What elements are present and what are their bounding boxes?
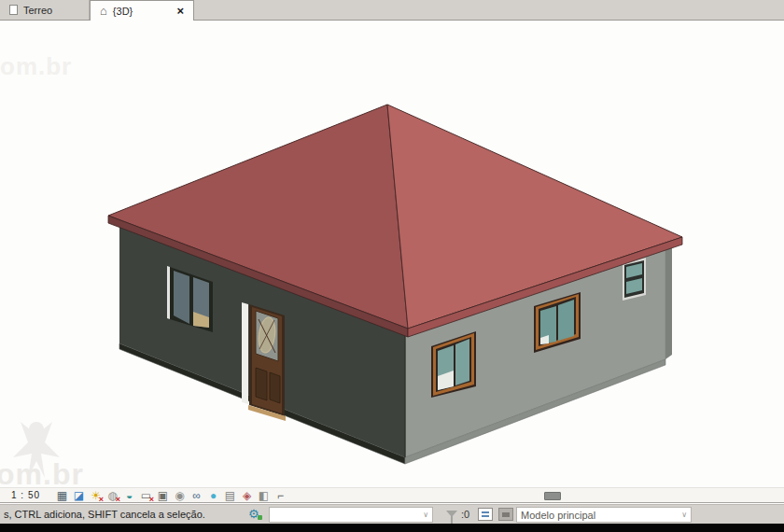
disabled-x-mark: ×	[99, 496, 104, 504]
window-left-pane-left	[174, 271, 189, 324]
temporary-hide-isolate-icon[interactable]: ∞	[189, 488, 203, 502]
scale-button[interactable]: 1 : 50	[11, 490, 40, 500]
visual-style-icon: ◪	[74, 490, 84, 501]
view-control-icons: ▦◪☀×◍×◒▭×▣◉∞●▤◈◧⌐	[55, 488, 287, 502]
door-panel-right	[270, 372, 280, 403]
chevron-down-icon: ∨	[423, 511, 428, 519]
disabled-x-mark: ×	[149, 496, 154, 504]
disabled-x-mark: ×	[116, 496, 120, 504]
chevron-down-icon: ∨	[681, 511, 687, 519]
reveal-constraints-icon: ⌐	[277, 490, 284, 501]
reveal-hidden-elements-icon: ●	[210, 490, 217, 501]
detail-level-icon[interactable]: ▦	[55, 488, 69, 502]
select-settings-icon[interactable]	[498, 508, 513, 521]
door-panel-left	[256, 368, 267, 400]
reveal-constraints-icon[interactable]: ⌐	[273, 488, 287, 502]
window-right-2-pane-right	[558, 300, 574, 341]
unlocked-view-icon[interactable]: ◉	[173, 488, 187, 502]
worksets-icon[interactable]: ⚙	[248, 507, 259, 521]
visual-style-icon[interactable]: ◪	[72, 488, 86, 502]
shadows-icon[interactable]: ◍×	[105, 488, 119, 502]
tab-terreo[interactable]: Terreo	[0, 0, 90, 20]
displacement-sets-icon[interactable]: ◧	[257, 488, 271, 502]
door-jamb-highlight	[242, 302, 248, 404]
window-left-highlight	[167, 266, 170, 319]
displacement-sets-icon: ◧	[259, 490, 269, 501]
tab-terreo-label: Terreo	[23, 5, 52, 16]
window-right-1-pane-right	[455, 339, 469, 385]
selection-filter-icon[interactable]	[446, 511, 457, 517]
selection-filter-count: :0	[461, 509, 469, 520]
wall-right-end-face[interactable]	[665, 240, 672, 359]
show-rendering-dialog-icon: ◒	[126, 490, 133, 501]
view-control-bar: 1 : 50 ▦◪☀×◍×◒▭×▣◉∞●▤◈◧⌐	[0, 487, 784, 503]
3d-view-icon: ⌂	[100, 5, 107, 17]
analytical-model-icon: ◈	[243, 490, 251, 501]
temporary-view-properties-icon[interactable]: ▤	[223, 488, 237, 502]
temporary-view-properties-icon: ▤	[225, 490, 235, 501]
temporary-hide-isolate-icon: ∞	[192, 490, 201, 501]
revit-window: Terreo ⌂ {3D} × om.br om.br	[0, 0, 784, 532]
floor-plan-icon	[9, 5, 18, 15]
status-bar: s, CTRL adiciona, SHIFT cancela a seleçã…	[0, 504, 784, 524]
horizontal-scrollbar-thumb[interactable]	[544, 492, 561, 500]
detail-level-icon: ▦	[57, 490, 67, 501]
view-tab-bar: Terreo ⌂ {3D} ×	[0, 0, 784, 21]
sun-path-icon[interactable]: ☀×	[89, 488, 103, 502]
design-option-value: Modelo principal	[521, 510, 678, 521]
bottom-black-strip	[0, 524, 784, 532]
drawing-area[interactable]: om.br om.br	[0, 21, 784, 487]
house-3d-model	[0, 21, 784, 487]
status-message: s, CTRL adiciona, SHIFT cancela a seleçã…	[4, 509, 205, 520]
design-option-dropdown[interactable]: Modelo principal ∨	[516, 507, 692, 523]
workset-dropdown[interactable]: ∨	[269, 507, 433, 523]
unlocked-view-icon: ◉	[175, 490, 184, 501]
reveal-hidden-elements-icon[interactable]: ●	[206, 488, 220, 502]
window-small[interactable]	[623, 258, 646, 301]
show-rendering-dialog-icon[interactable]: ◒	[122, 488, 136, 502]
close-icon[interactable]: ×	[163, 4, 184, 18]
editable-only-icon[interactable]	[478, 508, 493, 521]
tab-3d-label: {3D}	[113, 6, 133, 17]
analytical-model-icon[interactable]: ◈	[240, 488, 254, 502]
tab-3d[interactable]: ⌂ {3D} ×	[90, 0, 194, 21]
show-crop-region-icon[interactable]: ▣	[156, 488, 170, 502]
crop-view-icon[interactable]: ▭×	[139, 488, 153, 502]
show-crop-region-icon: ▣	[158, 490, 168, 501]
